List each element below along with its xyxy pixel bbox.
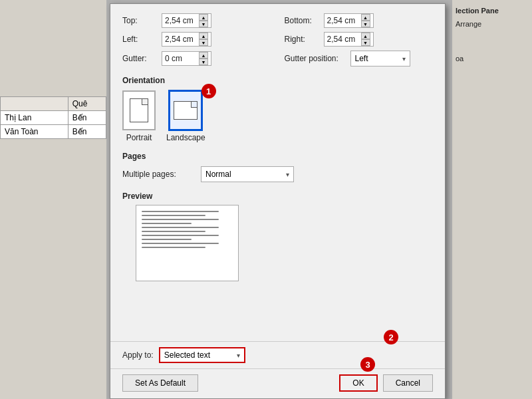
ok-button[interactable]: OK (339, 374, 377, 392)
top-input[interactable]: 2,54 cm ▲ ▼ (162, 13, 211, 28)
multiple-pages-label: Multiple pages: (122, 170, 196, 179)
apply-to-row: Apply to: Selected text ▾ 2 (110, 341, 445, 368)
portrait-shape (130, 98, 148, 122)
preview-line-5 (142, 227, 219, 228)
button-row: Set As Default OK Cancel 3 (110, 368, 445, 398)
left-label: Left: (122, 35, 159, 44)
page-setup-dialog: Top: 2,54 cm ▲ ▼ Bottom: 2,54 cm ▲ ▼ (110, 3, 446, 399)
orientation-options: Portrait Landscape 1 (122, 90, 433, 142)
table-cell: Bến (68, 125, 106, 139)
badge-1: 1 (201, 84, 216, 98)
left-input[interactable]: 2,54 cm ▲ ▼ (162, 32, 211, 47)
preview-line-4 (142, 223, 192, 224)
apply-to-arrow-icon: ▾ (237, 352, 240, 359)
top-spinner[interactable]: ▲ ▼ (199, 14, 208, 27)
landscape-label: Landscape (166, 133, 205, 142)
table-cell: Thị Lan (1, 111, 68, 125)
gutter-label: Gutter: (122, 54, 159, 63)
preview-line-3 (142, 219, 219, 220)
table-cell: Văn Toàn (1, 125, 68, 139)
set-as-default-button[interactable]: Set As Default (122, 374, 198, 392)
badge-3: 3 (360, 357, 375, 372)
preview-box (136, 205, 239, 281)
preview-line-6 (142, 231, 205, 232)
arrange-label: Arrange (456, 20, 529, 28)
bottom-down[interactable]: ▼ (361, 21, 370, 27)
multiple-pages-select[interactable]: Normal ▾ (201, 166, 294, 182)
preview-line-2 (142, 215, 205, 216)
table-row: Thị Lan Bến (1, 111, 106, 125)
margins-section: Top: 2,54 cm ▲ ▼ Bottom: 2,54 cm ▲ ▼ (122, 13, 433, 66)
gutter-position-select[interactable]: Left ▾ (350, 51, 410, 66)
landscape-icon[interactable] (169, 90, 202, 130)
top-down[interactable]: ▼ (199, 21, 208, 27)
orientation-label: Orientation (122, 76, 433, 85)
apply-to-select[interactable]: Selected text ▾ (159, 347, 245, 363)
gutter-up[interactable]: ▲ (199, 52, 208, 59)
right-label: Right: (285, 35, 321, 44)
right-item-1: oa (456, 55, 529, 63)
table-header-col2: Quê (68, 97, 106, 111)
top-margin-field: Top: 2,54 cm ▲ ▼ (122, 13, 271, 28)
document-table: Quê Thị Lan Bến Văn Toàn Bến (0, 96, 106, 139)
table-cell: Bến (68, 111, 106, 125)
right-content: oa (456, 55, 529, 63)
pages-row: Multiple pages: Normal ▾ (122, 166, 433, 182)
bottom-margin-field: Bottom: 2,54 cm ▲ ▼ (285, 13, 434, 28)
landscape-option[interactable]: Landscape 1 (166, 90, 205, 142)
gutter-down[interactable]: ▼ (199, 59, 208, 65)
portrait-label: Portrait (126, 133, 152, 142)
portrait-option[interactable]: Portrait (122, 90, 156, 142)
multiple-pages-arrow-icon: ▾ (286, 171, 289, 178)
portrait-icon[interactable] (122, 90, 156, 130)
selection-pane-label: lection Pane (456, 7, 529, 15)
pages-label: Pages (122, 152, 433, 161)
preview-line-7 (142, 235, 219, 236)
left-panel: Quê Thị Lan Bến Văn Toàn Bến (0, 0, 106, 399)
gutter-input[interactable]: 0 cm ▲ ▼ (162, 51, 211, 66)
right-panel: lection Pane Arrange oa (452, 0, 532, 399)
right-spinner[interactable]: ▲ ▼ (361, 33, 370, 46)
cancel-button[interactable]: Cancel (383, 374, 433, 392)
right-up[interactable]: ▲ (361, 33, 370, 39)
bottom-label: Bottom: (285, 16, 321, 25)
left-margin-field: Left: 2,54 cm ▲ ▼ (122, 32, 271, 47)
preview-line-8 (142, 239, 192, 240)
badge-2: 2 (384, 330, 398, 344)
right-down[interactable]: ▼ (361, 39, 370, 46)
left-spinner[interactable]: ▲ ▼ (199, 33, 208, 46)
table-row: Văn Toàn Bến (1, 125, 106, 139)
preview-line-9 (142, 243, 219, 244)
right-input[interactable]: 2,54 cm ▲ ▼ (324, 32, 374, 47)
bottom-up[interactable]: ▲ (361, 14, 370, 21)
gutter-field: Gutter: 0 cm ▲ ▼ (122, 51, 271, 66)
apply-to-label: Apply to: (122, 350, 154, 360)
gutter-position-field: Gutter position: Left ▾ (285, 51, 434, 66)
preview-section: Preview (122, 192, 433, 281)
preview-line-10 (142, 247, 205, 248)
dialog-body: Top: 2,54 cm ▲ ▼ Bottom: 2,54 cm ▲ ▼ (110, 4, 445, 341)
top-label: Top: (122, 16, 159, 25)
bottom-input[interactable]: 2,54 cm ▲ ▼ (324, 13, 374, 28)
table-header-col1 (1, 97, 68, 111)
landscape-shape (174, 101, 198, 120)
gutter-pos-arrow-icon: ▾ (402, 55, 406, 63)
gutter-spinner[interactable]: ▲ ▼ (199, 52, 208, 65)
left-up[interactable]: ▲ (199, 33, 208, 39)
gutter-pos-label: Gutter position: (285, 54, 348, 63)
top-up[interactable]: ▲ (199, 14, 208, 21)
right-margin-field: Right: 2,54 cm ▲ ▼ (285, 32, 434, 47)
left-down[interactable]: ▼ (199, 39, 208, 46)
preview-line-1 (142, 211, 219, 212)
preview-label: Preview (122, 192, 433, 201)
bottom-spinner[interactable]: ▲ ▼ (361, 14, 370, 27)
pages-section: Pages Multiple pages: Normal ▾ (122, 152, 433, 182)
orientation-section: Orientation Portrait Landscape 1 (122, 76, 433, 142)
